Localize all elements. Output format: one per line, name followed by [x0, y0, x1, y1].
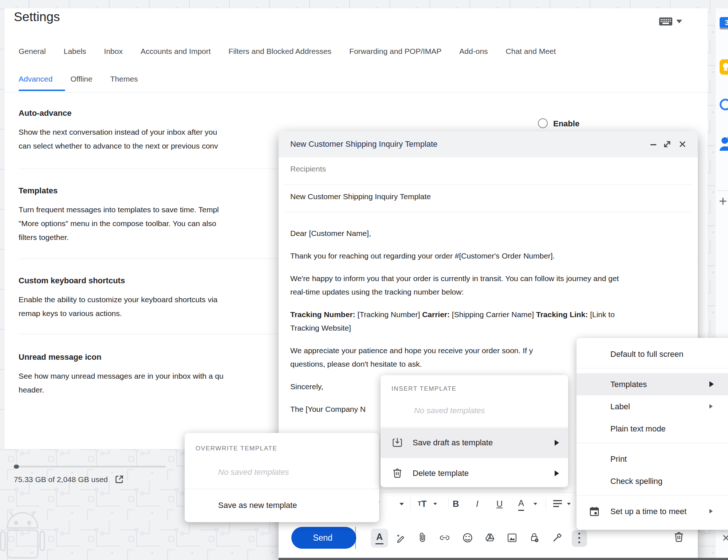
- compose-more-menu: Default to full screenTemplatesLabelPlai…: [577, 338, 728, 530]
- section-heading: Auto-advance: [19, 108, 218, 118]
- help-me-write-pen-icon[interactable]: [394, 532, 407, 544]
- confidential-mode-lock-icon[interactable]: [528, 532, 541, 544]
- auto-advance-enable-radio[interactable]: [538, 118, 548, 128]
- menu-item-default-to-full-screen[interactable]: Default to full screen: [577, 343, 728, 365]
- input-tools-dropdown-icon[interactable]: [676, 20, 682, 23]
- menu-item-print[interactable]: Print: [577, 448, 728, 470]
- bold-button[interactable]: B: [453, 493, 459, 515]
- settings-tab-filters-and-blocked-addresses[interactable]: Filters and Blocked Addresses: [229, 47, 331, 56]
- menu-divider: [577, 443, 728, 443]
- insert-signature-pen-icon[interactable]: [551, 532, 563, 544]
- subject-field-text[interactable]: New Customer Shipping Inquiry Template: [290, 192, 431, 201]
- discard-draft-trash-icon[interactable]: [673, 531, 685, 543]
- recipients-field-text[interactable]: Recipients: [290, 165, 326, 173]
- settings-tab-inbox[interactable]: Inbox: [104, 47, 123, 56]
- expand-icon[interactable]: [662, 139, 672, 149]
- calendar-icon[interactable]: 3: [720, 17, 728, 28]
- body-text-bold: Tracking Number:: [290, 310, 355, 319]
- menu-item-label: Templates: [610, 380, 647, 389]
- menu-item-label: Print: [610, 454, 627, 464]
- submenu-arrow-icon: [709, 381, 714, 387]
- active-tab-underline: [19, 90, 65, 91]
- insert-drive-icon[interactable]: [484, 532, 496, 544]
- text-color-button[interactable]: A: [518, 496, 524, 511]
- text-size-button[interactable]: TT: [418, 493, 426, 515]
- settings-tab-offline[interactable]: Offline: [70, 75, 92, 83]
- compose-header[interactable]: New Customer Shipping Inquiry Template: [279, 131, 698, 157]
- attach-file-icon[interactable]: [416, 532, 429, 544]
- keyboard-input-tools-icon[interactable]: [659, 17, 673, 26]
- open-in-new-icon[interactable]: [114, 474, 124, 484]
- menu-item-delete-template[interactable]: Delete template: [381, 458, 568, 489]
- settings-tab-general[interactable]: General: [19, 47, 46, 56]
- menu-item-save-draft-as-template[interactable]: Save draft as template: [381, 428, 568, 458]
- settings-tab-accounts-and-import[interactable]: Accounts and Import: [141, 47, 211, 56]
- insert-link-icon[interactable]: [438, 532, 451, 544]
- menu-item-save-as-new-template[interactable]: Save as new template: [185, 491, 379, 520]
- body-text: We appreciate your patience and hope you…: [290, 346, 533, 355]
- insert-photo-icon[interactable]: [506, 532, 518, 544]
- get-addons-plus-icon[interactable]: +: [719, 193, 727, 209]
- font-dropdown-icon[interactable]: [400, 493, 404, 515]
- send-split-divider: [355, 527, 356, 549]
- gmail-settings-screen: Settings GeneralLabelsInboxAccounts and …: [0, 0, 728, 560]
- settings-tab-chat-and-meet[interactable]: Chat and Meet: [506, 47, 556, 56]
- settings-tab-forwarding-and-pop-imap[interactable]: Forwarding and POP/IMAP: [349, 47, 441, 56]
- no-saved-templates-text: No saved templates: [218, 468, 289, 477]
- submenu-arrow-icon: [555, 440, 559, 446]
- section-heading: Unread message icon: [19, 352, 224, 362]
- body-text: [Tracking Number]: [355, 310, 422, 319]
- body-text: Dear [Customer Name],: [290, 229, 371, 237]
- menu-item-label: Check spelling: [610, 477, 662, 486]
- contacts-icon[interactable]: [719, 135, 728, 151]
- body-text: Thank you for reaching out regarding you…: [290, 252, 555, 260]
- section-description-line: "More options" menu in the compose toolb…: [19, 217, 219, 230]
- body-text-bold: Tracking Link:: [536, 310, 588, 319]
- keep-icon[interactable]: [720, 59, 728, 75]
- menu-item-set-up-a-time-to-meet[interactable]: Set up a time to meet: [577, 500, 728, 522]
- settings-tab-add-ons[interactable]: Add-ons: [459, 47, 488, 56]
- android-robot-doodle: [0, 507, 47, 560]
- overwrite-template-menu: OVERWRITE TEMPLATE No saved templates Sa…: [185, 433, 379, 522]
- underline-button[interactable]: U: [496, 493, 503, 515]
- body-text: [Shipping Carrier Name]: [450, 310, 536, 319]
- body-text: Tracking Website]: [290, 324, 351, 332]
- menu-item-plain-text-mode[interactable]: Plain text mode: [577, 418, 728, 440]
- auto-advance-enable-label: Enable: [553, 119, 579, 129]
- menu-item-label: Default to full screen: [610, 350, 684, 359]
- insert-emoji-icon[interactable]: [461, 532, 474, 544]
- color-dropdown-icon[interactable]: [534, 493, 537, 515]
- save-template-icon: [391, 437, 403, 449]
- menu-item-label: Label: [610, 402, 630, 411]
- side-panel-close-icon[interactable]: ✕: [722, 532, 728, 544]
- settings-tab-advanced[interactable]: Advanced: [19, 75, 52, 83]
- menu-item-templates[interactable]: Templates: [577, 373, 728, 395]
- submenu-arrow-icon: [709, 509, 713, 513]
- settings-tab-labels[interactable]: Labels: [64, 47, 86, 56]
- menu-item-label[interactable]: Label: [577, 395, 728, 418]
- size-dropdown-icon[interactable]: [433, 493, 437, 515]
- section-description-line: can select whether to advance to the nex…: [19, 139, 218, 153]
- italic-button[interactable]: I: [476, 493, 479, 515]
- menu-item-check-spelling[interactable]: Check spelling: [577, 470, 728, 492]
- settings-tab-themes[interactable]: Themes: [110, 75, 138, 83]
- align-button[interactable]: [552, 499, 563, 509]
- body-text: questions, please don't hesitate to ask.: [290, 360, 422, 368]
- body-paragraph: We're happy to inform you that your orde…: [290, 272, 687, 299]
- input-tools-control[interactable]: [659, 17, 682, 26]
- no-saved-templates-text: No saved templates: [414, 406, 485, 415]
- send-options-dropdown-icon[interactable]: [359, 537, 365, 540]
- formatting-options-icon[interactable]: A: [371, 529, 388, 548]
- calendar-meet-icon: [589, 506, 600, 517]
- settings-tabs-secondary: AdvancedOfflineThemes: [19, 75, 138, 83]
- menu-item-label: Plain text mode: [610, 424, 666, 434]
- close-icon[interactable]: [678, 139, 687, 149]
- section-description-line: Show the next conversation instead of yo…: [19, 125, 218, 139]
- section-description-line: header.: [19, 383, 224, 397]
- menu-divider: [577, 495, 728, 496]
- more-options-icon[interactable]: [578, 533, 580, 546]
- align-dropdown-icon[interactable]: [567, 493, 571, 515]
- send-button[interactable]: Send: [291, 527, 356, 549]
- minimize-icon[interactable]: [650, 144, 656, 145]
- insert-template-menu: INSERT TEMPLATE No saved templates Save …: [381, 375, 568, 487]
